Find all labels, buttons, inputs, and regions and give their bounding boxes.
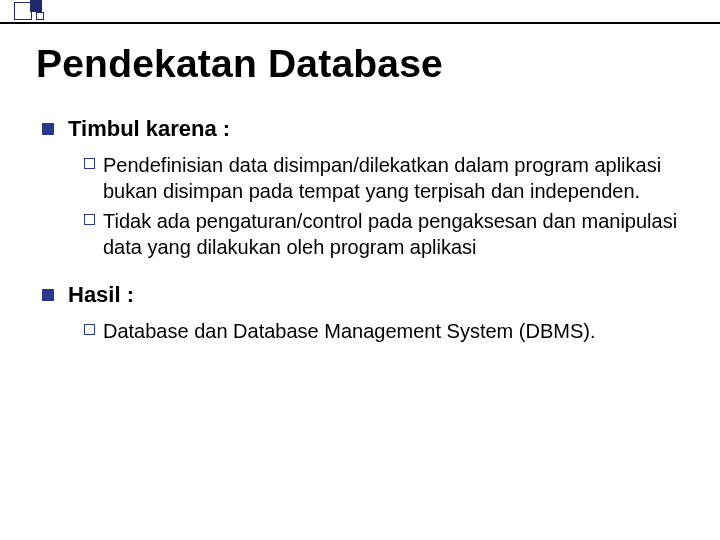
- sub-bullet-icon: [84, 324, 95, 335]
- section-heading: Timbul karena :: [68, 116, 230, 142]
- section-items: Pendefinisian data disimpan/dilekatkan d…: [84, 152, 684, 260]
- list-item: Tidak ada pengaturan/control pada pengak…: [84, 208, 684, 260]
- list-item-text: Pendefinisian data disimpan/dilekatkan d…: [103, 152, 684, 204]
- section-heading-row: Timbul karena :: [36, 116, 684, 142]
- deco-line: [0, 22, 720, 24]
- slide-title: Pendekatan Database: [36, 42, 684, 86]
- section-items: Database dan Database Management System …: [84, 318, 684, 344]
- header-decoration: [0, 0, 720, 26]
- list-item: Database dan Database Management System …: [84, 318, 684, 344]
- bullet-icon: [42, 123, 54, 135]
- deco-square: [36, 12, 44, 20]
- list-item: Pendefinisian data disimpan/dilekatkan d…: [84, 152, 684, 204]
- sub-bullet-icon: [84, 158, 95, 169]
- deco-square: [30, 0, 42, 12]
- slide-body: Pendekatan Database Timbul karena : Pend…: [0, 0, 720, 386]
- list-item-text: Tidak ada pengaturan/control pada pengak…: [103, 208, 684, 260]
- list-item-text: Database dan Database Management System …: [103, 318, 684, 344]
- bullet-icon: [42, 289, 54, 301]
- sub-bullet-icon: [84, 214, 95, 225]
- section-heading-row: Hasil :: [36, 282, 684, 308]
- section-heading: Hasil :: [68, 282, 134, 308]
